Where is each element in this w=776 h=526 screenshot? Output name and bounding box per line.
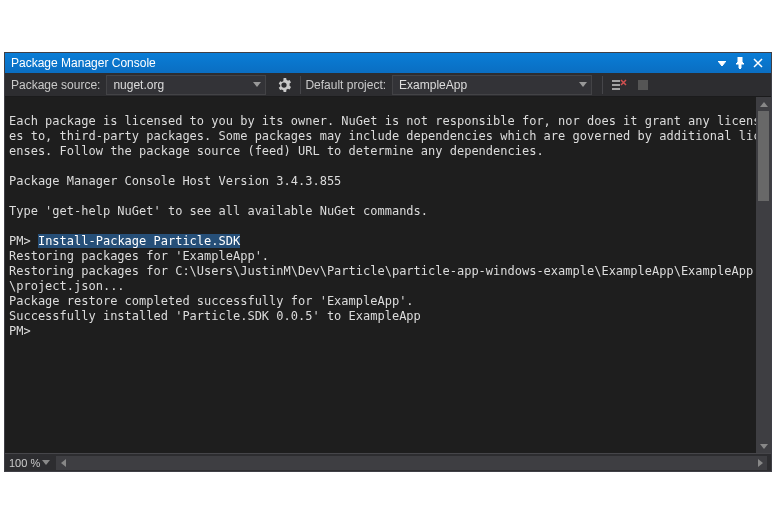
scroll-down-arrow-icon[interactable]: [756, 439, 771, 453]
svg-rect-0: [638, 80, 648, 90]
settings-gear-button[interactable]: [272, 73, 296, 97]
console-prompt: PM>: [9, 234, 38, 248]
stop-button[interactable]: [631, 73, 655, 97]
console-text: Restoring packages for 'ExampleApp'.: [9, 249, 269, 263]
toolbar-separator: [602, 76, 603, 94]
scrollbar-thumb[interactable]: [758, 111, 769, 201]
zoom-chevron-icon[interactable]: [42, 460, 50, 465]
console-text: Package Manager Console Host Version 3.4…: [9, 174, 341, 188]
console-text: Each package is licensed to you by its o…: [9, 114, 760, 158]
toolbar: Package source: nuget.org Default projec…: [5, 73, 771, 97]
package-manager-console-panel: Package Manager Console Package source: …: [4, 52, 772, 472]
default-project-label: Default project:: [305, 78, 386, 92]
chevron-down-icon: [253, 82, 261, 87]
console-text: Restoring packages for C:\Users\JustinM\…: [9, 264, 753, 293]
default-project-value: ExampleApp: [399, 78, 467, 92]
default-project-combo[interactable]: ExampleApp: [392, 75, 592, 95]
statusbar: 100 %: [5, 453, 771, 471]
toolbar-separator: [300, 76, 301, 94]
pin-icon[interactable]: [731, 54, 749, 72]
clear-console-button[interactable]: [607, 73, 631, 97]
console-text: Package restore completed successfully f…: [9, 294, 414, 308]
panel-title: Package Manager Console: [11, 56, 713, 70]
zoom-level: 100 %: [9, 457, 40, 469]
window-dropdown-icon[interactable]: [713, 54, 731, 72]
titlebar: Package Manager Console: [5, 53, 771, 73]
console-command-highlight: Install-Package Particle.SDK: [38, 234, 240, 248]
chevron-down-icon: [579, 82, 587, 87]
vertical-scrollbar[interactable]: [756, 97, 771, 453]
console-text: Type 'get-help NuGet' to see all availab…: [9, 204, 428, 218]
scroll-right-arrow-icon[interactable]: [753, 456, 767, 470]
scroll-up-arrow-icon[interactable]: [756, 97, 771, 111]
package-source-combo[interactable]: nuget.org: [106, 75, 266, 95]
close-icon[interactable]: [749, 54, 767, 72]
console-text: Successfully installed 'Particle.SDK 0.0…: [9, 309, 421, 323]
horizontal-scrollbar[interactable]: [56, 456, 767, 470]
package-source-label: Package source:: [11, 78, 100, 92]
package-source-value: nuget.org: [113, 78, 164, 92]
console-output[interactable]: Each package is licensed to you by its o…: [5, 97, 771, 453]
console-prompt: PM>: [9, 324, 38, 338]
scroll-left-arrow-icon[interactable]: [56, 456, 70, 470]
